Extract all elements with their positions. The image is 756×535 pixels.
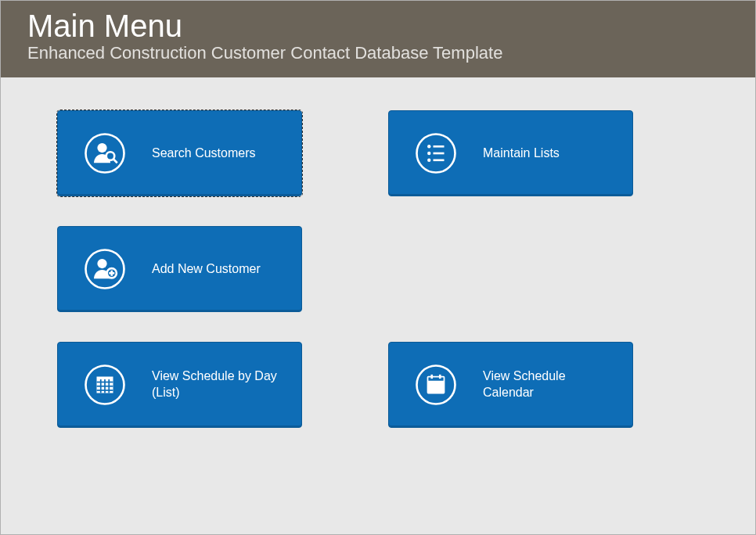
person-search-icon	[58, 131, 152, 175]
page-title: Main Menu	[27, 9, 729, 43]
tile-row: Search Customers Maintain Lists	[57, 110, 755, 196]
tile-row: Add New Customer	[57, 226, 755, 312]
page-subtitle: Enhanced Construction Customer Contact D…	[27, 43, 729, 63]
tile-maintain-lists[interactable]: Maintain Lists	[388, 110, 633, 196]
person-add-icon	[58, 247, 152, 291]
svg-point-9	[427, 159, 430, 162]
tile-grid: Search Customers Maintain Lists	[1, 77, 755, 428]
svg-point-0	[86, 135, 124, 173]
tile-label: Search Customers	[152, 145, 301, 162]
svg-text:31: 31	[431, 382, 441, 392]
svg-line-3	[113, 159, 117, 163]
empty-slot	[388, 226, 633, 312]
svg-point-12	[97, 259, 106, 268]
svg-point-11	[86, 250, 124, 289]
list-icon	[389, 131, 483, 175]
calendar-grid-icon	[58, 363, 152, 407]
tile-add-new-customer[interactable]: Add New Customer	[57, 226, 302, 312]
tile-view-schedule-list[interactable]: View Schedule by Day (List)	[57, 342, 302, 428]
tile-label: View Schedule by Day (List)	[152, 368, 301, 401]
svg-point-5	[427, 145, 430, 148]
header: Main Menu Enhanced Construction Customer…	[1, 1, 755, 77]
main-menu-window: Main Menu Enhanced Construction Customer…	[0, 0, 756, 535]
tile-view-schedule-calendar[interactable]: 31 View Schedule Calendar	[388, 342, 633, 428]
tile-label: View Schedule Calendar	[483, 368, 632, 401]
tile-label: Maintain Lists	[483, 145, 632, 162]
svg-point-1	[97, 143, 106, 153]
calendar-day-icon: 31	[389, 363, 483, 407]
tile-search-customers[interactable]: Search Customers	[57, 110, 302, 196]
tile-label: Add New Customer	[152, 261, 301, 278]
svg-point-7	[427, 152, 430, 155]
tile-row: View Schedule by Day (List) 31 View Sche…	[57, 342, 755, 428]
